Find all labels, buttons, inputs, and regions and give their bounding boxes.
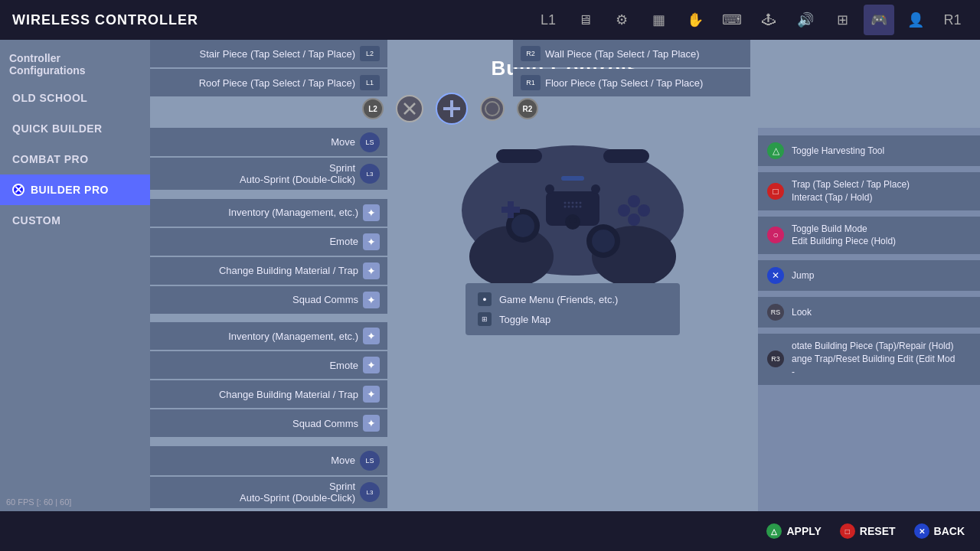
sidebar-item-combat-pro[interactable]: COMBAT PRO (0, 144, 150, 174)
back-label: BACK (934, 525, 965, 537)
inventory-mapping-1: Inventory (Management, etc.) ✦ (150, 199, 387, 227)
sidebar-item-builder-pro[interactable]: ✕ BUILDER PRO (0, 174, 150, 205)
svg-marker-2 (443, 100, 460, 117)
r1-icon[interactable]: R1 (937, 5, 968, 35)
square-icon: □ (767, 183, 784, 200)
gamepad2-icon[interactable]: 🕹 (753, 5, 784, 35)
share-icon[interactable]: ⊞ (827, 5, 858, 35)
stair-piece-mapping: Stair Piece (Tap Select / Tap Place) L2 (150, 40, 387, 67)
svg-point-23 (580, 202, 582, 204)
svg-point-22 (576, 202, 578, 204)
reset-button[interactable]: □ RESET (840, 523, 896, 539)
look-row: RS Look (758, 297, 980, 328)
r3-icon: R3 (767, 350, 784, 367)
game-menu-item: ● Game Menu (Friends, etc.) (478, 289, 668, 309)
toggle-map-icon: ⊞ (478, 312, 492, 326)
sprint-mapping-1: SprintAuto-Sprint (Double-Click) L3 (150, 158, 387, 189)
active-indicator: ✕ (12, 184, 24, 196)
reset-label: RESET (860, 525, 896, 537)
sidebar: ControllerConfigurations OLD SCHOOL QUIC… (0, 40, 150, 511)
l2-button[interactable]: L2 (362, 98, 384, 119)
r1-badge: R1 (521, 75, 541, 90)
sprint-mapping-2: SprintAuto-Sprint (Double-Click) L3 (150, 477, 387, 508)
svg-point-24 (564, 206, 567, 208)
back-button[interactable]: ✕ BACK (914, 523, 965, 539)
squad-comms-mapping-2: Squad Comms ✦ (150, 409, 387, 437)
wall-piece-label: Wall Piece (Tap Select / Tap Place) (545, 48, 700, 60)
main-content: ControllerConfigurations OLD SCHOOL QUIC… (0, 40, 980, 511)
apply-button[interactable]: △ APPLY (766, 523, 821, 539)
left-mappings-panel: Move LS SprintAuto-Sprint (Double-Click)… (150, 128, 387, 511)
svg-point-19 (564, 202, 567, 204)
svg-point-16 (618, 204, 630, 217)
l1-badge: L1 (360, 75, 380, 90)
sidebar-item-custom[interactable]: CUSTOM (0, 205, 150, 236)
svg-rect-6 (496, 149, 542, 163)
rotate-building-row: R3 otate Building Piece (Tap)/Repair (Ho… (758, 334, 980, 384)
controller-icon[interactable]: 🎮 (864, 5, 894, 35)
emote-mapping-2: Emote ✦ (150, 351, 387, 379)
look-label: Look (792, 306, 812, 319)
sidebar-item-quick-builder[interactable]: QUICK BUILDER (0, 113, 150, 144)
reset-icon: □ (840, 523, 855, 539)
apply-label: APPLY (786, 525, 821, 537)
roof-piece-label: Roof Piece (Tap Select / Tap Place) (199, 77, 355, 89)
wall-piece-mapping: R2 Wall Piece (Tap Select / Tap Place) (513, 40, 750, 67)
bottom-bar: △ APPLY □ RESET ✕ BACK (0, 511, 980, 551)
floor-piece-mapping: R1 Floor Piece (Tap Select / Tap Place) (513, 69, 750, 96)
toggle-harvesting-label: Toggle Harvesting Tool (792, 145, 884, 158)
rotate-building-label: otate Building Piece (Tap)/Repair (Hold)… (792, 340, 955, 378)
svg-point-20 (568, 202, 570, 204)
l1-icon[interactable]: L1 (533, 5, 564, 35)
app-title: WIRELESS CONTROLLER (12, 12, 198, 28)
trap-interact-row: □ Trap (Tap Select / Tap Place)Interact … (758, 172, 980, 210)
svg-point-28 (580, 206, 582, 208)
r2-button[interactable]: R2 (517, 98, 538, 119)
inventory-mapping-2: Inventory (Management, etc.) ✦ (150, 322, 387, 350)
svg-point-25 (568, 206, 570, 208)
change-building-mapping-2: Change Building Material / Trap ✦ (150, 380, 387, 408)
toggle-build-label: Toggle Build ModeEdit Building Piece (Ho… (792, 223, 896, 249)
cross-button[interactable] (396, 95, 423, 122)
apply-icon: △ (766, 523, 782, 539)
sidebar-item-old-school[interactable]: OLD SCHOOL (0, 83, 150, 113)
sound-icon[interactable]: 🔊 (790, 5, 821, 35)
svg-rect-7 (603, 149, 649, 163)
svg-rect-32 (569, 218, 577, 223)
svg-point-14 (628, 195, 640, 207)
svg-point-15 (638, 204, 650, 217)
sidebar-header: ControllerConfigurations (0, 40, 150, 83)
x-icon: ✕ (767, 267, 784, 284)
game-menu-icon: ● (478, 292, 492, 306)
svg-point-17 (628, 214, 640, 226)
toggle-map-item: ⊞ Toggle Map (478, 309, 668, 329)
r2-badge: R2 (521, 46, 541, 61)
jump-row: ✕ Jump (758, 260, 980, 291)
keyboard-icon[interactable]: ⌨ (717, 5, 747, 35)
circle-icon: ○ (767, 227, 784, 243)
profile-icon[interactable]: 👤 (900, 5, 931, 35)
squad-comms-mapping-1: Squad Comms ✦ (150, 286, 387, 314)
l2-badge: L2 (360, 46, 380, 61)
circle-button[interactable] (480, 96, 505, 121)
gear-icon[interactable]: ⚙ (606, 5, 637, 35)
fps-counter: 60 FPS [: 60 | 60] (6, 497, 71, 507)
floor-piece-label: Floor Piece (Tap Select / Tap Place) (545, 77, 703, 89)
toggle-build-row: ○ Toggle Build ModeEdit Building Piece (… (758, 217, 980, 255)
display-icon[interactable]: 🖥 (570, 5, 600, 35)
right-panel: △ Toggle Harvesting Tool □ Trap (Tap Sel… (758, 128, 980, 511)
grid-icon[interactable]: ▦ (643, 5, 674, 35)
rs-icon: RS (767, 304, 784, 321)
svg-point-31 (591, 184, 600, 194)
svg-point-21 (572, 202, 574, 204)
svg-point-26 (572, 206, 574, 208)
controller-image (454, 134, 691, 283)
roof-piece-mapping: Roof Piece (Tap Select / Tap Place) L1 (150, 69, 387, 96)
top-bar: WIRELESS CONTROLLER L1 🖥 ⚙ ▦ ✋ ⌨ 🕹 🔊 ⊞ 🎮… (0, 0, 980, 40)
svg-point-10 (511, 214, 534, 237)
change-building-mapping-1: Change Building Material / Trap ✦ (150, 257, 387, 285)
dpad-button[interactable] (436, 93, 468, 125)
touch-icon[interactable]: ✋ (680, 5, 710, 35)
trap-interact-label: Trap (Tap Select / Tap Place)Interact (T… (792, 178, 910, 204)
game-menu-label: Game Menu (Friends, etc.) (499, 294, 618, 305)
